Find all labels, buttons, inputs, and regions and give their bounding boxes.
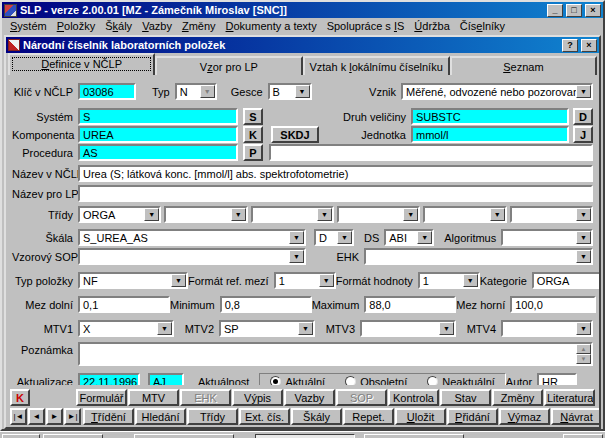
mtv2-select[interactable]: SP▼ <box>219 320 315 337</box>
menu-item-spoluprace-s-is[interactable]: Spolupráce s IS <box>322 19 410 33</box>
menu-item-vazby[interactable]: Vazby <box>137 19 177 33</box>
procedura-input[interactable]: AS <box>78 144 238 161</box>
poznamka-textarea[interactable]: ▲ ▼ <box>78 342 593 366</box>
menu-item-udrzba[interactable]: Údržba <box>409 19 454 33</box>
literatura-button[interactable]: Literatura <box>544 389 595 406</box>
vazby-button[interactable]: Vazby <box>284 389 335 406</box>
menu-item-polozky[interactable]: Položky <box>52 19 101 33</box>
vznik-select[interactable]: Měřené, odvozené nebo pozorované v la▼ <box>401 83 593 100</box>
nazev-v-nclp-input[interactable]: Urea (S; látková konc. [mmol/l] abs. spe… <box>78 165 593 182</box>
mtv1-select[interactable]: X▼ <box>78 320 174 337</box>
ds-select[interactable]: ABI▼ <box>384 229 434 246</box>
start-button[interactable] <box>2 434 40 438</box>
dropdown-arrow-icon[interactable]: ▼ <box>576 250 591 263</box>
vymaz-button[interactable]: Výmaz <box>499 408 550 425</box>
komponenta-input[interactable]: UREA <box>78 126 238 143</box>
dropdown-arrow-icon[interactable]: ▼ <box>157 322 172 335</box>
nazev-pro-lp-input[interactable] <box>78 185 593 202</box>
druh-veliciny-input[interactable]: SUBSTC <box>411 108 569 125</box>
hledani-button[interactable]: Hledání <box>135 408 186 425</box>
klic-input[interactable]: 03086 <box>78 83 136 100</box>
dropdown-arrow-icon[interactable]: ▼ <box>317 208 332 221</box>
navrat-button[interactable]: Návrat <box>551 408 601 425</box>
taskbar-item[interactable] <box>364 434 464 438</box>
minimize-button[interactable]: _ <box>547 4 563 17</box>
nav-next-button[interactable]: ► <box>46 408 63 425</box>
aktualizace-code-input[interactable]: AJ <box>148 373 184 385</box>
algoritmus-select[interactable]: ▼ <box>501 229 593 246</box>
dropdown-arrow-icon[interactable]: ▼ <box>319 274 334 287</box>
scroll-down-icon[interactable]: ▼ <box>576 354 591 364</box>
tridy-select-4[interactable]: ▼ <box>337 206 420 223</box>
dialog-close-button[interactable]: × <box>581 39 597 52</box>
dropdown-arrow-icon[interactable]: ▼ <box>490 208 505 221</box>
mez-horni-input[interactable]: 100,0 <box>510 296 596 313</box>
maximum-input[interactable]: 88,0 <box>364 296 456 313</box>
ext-cis-button[interactable]: Ext. čís. <box>239 408 290 425</box>
tab-vzor-pro-lp[interactable]: Vzor pro LP <box>155 56 302 75</box>
scroll-up-icon[interactable]: ▲ <box>576 344 591 354</box>
nav-first-button[interactable]: |◄ <box>10 408 27 425</box>
vypis-button[interactable]: Výpis <box>232 389 283 406</box>
tab-definice-v-nclp[interactable]: Definice v NČLP <box>8 53 155 75</box>
typ-select[interactable]: N▼ <box>175 83 217 100</box>
jednotka-input[interactable]: mmol/l <box>411 126 569 143</box>
dropdown-arrow-icon[interactable]: ▼ <box>200 85 215 98</box>
maximize-button[interactable]: □ <box>566 4 582 17</box>
skala-flag-select[interactable]: D▼ <box>314 229 354 246</box>
procedura-button[interactable]: P <box>243 144 263 161</box>
taskbar-item[interactable] <box>134 434 234 438</box>
dropdown-arrow-icon[interactable]: ▼ <box>144 208 159 221</box>
dropdown-arrow-icon[interactable]: ▼ <box>576 85 591 98</box>
dropdown-arrow-icon[interactable]: ▼ <box>576 231 591 244</box>
nav-last-button[interactable]: ►| <box>64 408 81 425</box>
kategorie-input[interactable]: ORGA <box>532 272 599 289</box>
jednotka-button[interactable]: J <box>573 126 593 143</box>
format-ref-mezi-select[interactable]: 1▼ <box>274 272 336 289</box>
dropdown-arrow-icon[interactable]: ▼ <box>576 208 591 221</box>
taskbar-item[interactable] <box>43 434 103 438</box>
menu-item-dokumenty-a-texty[interactable]: Dokumenty a texty <box>221 19 322 33</box>
dropdown-arrow-icon[interactable]: ▼ <box>417 231 432 244</box>
tridy-select-2[interactable]: ▼ <box>164 206 247 223</box>
tab-vztah-k-lokalnimu-ciselniku[interactable]: Vztah k lokálnímu číselníku <box>303 56 450 75</box>
mez-dolni-input[interactable]: 0,1 <box>78 296 170 313</box>
minimum-input[interactable]: 0,8 <box>220 296 312 313</box>
menu-item-system[interactable]: Systém <box>5 19 52 33</box>
stav-button[interactable]: Stav <box>440 389 491 406</box>
ehk-select[interactable]: ▼ <box>364 248 593 265</box>
dropdown-arrow-icon[interactable]: ▼ <box>298 322 313 335</box>
nav-prev-button[interactable]: ◄ <box>28 408 45 425</box>
skdj-button[interactable]: SKDJ <box>271 126 319 143</box>
autor-input[interactable]: HR <box>537 373 577 385</box>
tridy-select-5[interactable]: ▼ <box>423 206 506 223</box>
dropdown-arrow-icon[interactable]: ▼ <box>403 208 418 221</box>
k-button[interactable]: K <box>10 389 30 406</box>
trideni-button[interactable]: Třídění <box>83 408 134 425</box>
tridy-select-3[interactable]: ▼ <box>251 206 334 223</box>
dropdown-arrow-icon[interactable]: ▼ <box>231 208 246 221</box>
taskbar-item-active[interactable] <box>255 434 355 438</box>
mtv3-select[interactable]: ▼ <box>360 320 456 337</box>
dropdown-arrow-icon[interactable]: ▼ <box>439 322 454 335</box>
skaly-button[interactable]: Škály <box>291 408 342 425</box>
dropdown-arrow-icon[interactable]: ▼ <box>171 274 186 287</box>
menu-item-zmeny[interactable]: Změny <box>177 19 221 33</box>
help-button[interactable]: ? <box>562 39 578 52</box>
kontrola-button[interactable]: Kontrola <box>388 389 439 406</box>
typ-polozky-select[interactable]: NF▼ <box>78 272 188 289</box>
tridy-select-6[interactable]: ▼ <box>510 206 593 223</box>
zmeny-button[interactable]: Změny <box>492 389 543 406</box>
dropdown-arrow-icon[interactable]: ▼ <box>289 250 304 263</box>
procedura-extra-input[interactable] <box>269 144 593 161</box>
aktualizace-date-input[interactable]: 22.11.1996 <box>78 373 140 385</box>
radio-aktualni[interactable]: Aktuální <box>270 376 325 386</box>
close-button[interactable]: × <box>585 4 601 17</box>
system-button[interactable]: S <box>243 108 263 125</box>
tridy-button[interactable]: Třídy <box>187 408 238 425</box>
tab-seznam[interactable]: Seznam <box>450 56 597 75</box>
radio-neaktualni[interactable]: Neaktuální <box>427 376 495 386</box>
radio-obsoletni[interactable]: Obsoletní <box>345 376 407 386</box>
mtv4-select[interactable]: ▼ <box>501 320 593 337</box>
dropdown-arrow-icon[interactable]: ▼ <box>337 231 352 244</box>
